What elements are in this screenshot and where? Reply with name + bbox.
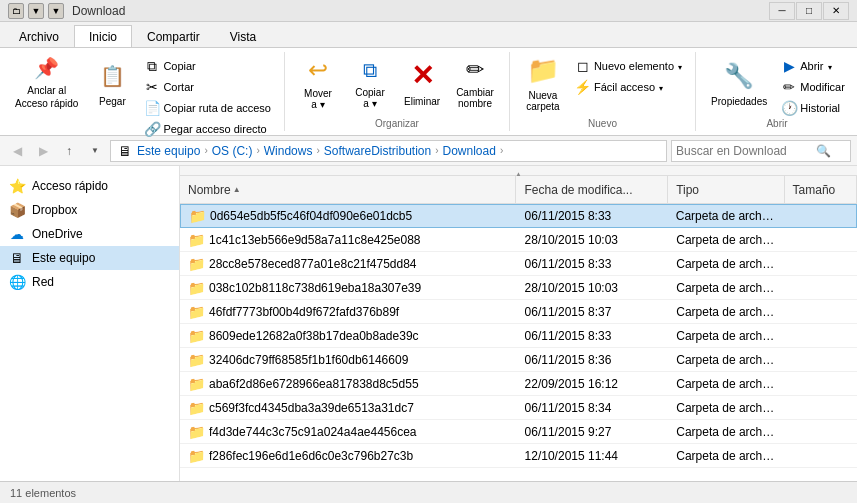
abrir-label: Abrir ▾ [800,60,831,72]
rename-icon: ✏ [459,57,491,83]
nuevo-elemento-button[interactable]: ◻ Nuevo elemento ▾ [570,56,687,76]
ribbon-group-abrir-content: 🔧 Propiedades ▶ Abrir ▾ ✏ Modificar 🕐 Hi… [704,52,850,118]
copiar-a-button[interactable]: ⧉ Copiara ▾ [345,52,395,114]
sidebar-item-acceso-rapido[interactable]: ⭐ Acceso rápido [0,174,179,198]
paste-icon: 📋 [96,60,128,92]
address-part-windows[interactable]: Windows [264,144,313,158]
tab-archivo[interactable]: Archivo [4,25,74,47]
minimize-button[interactable]: ─ [769,2,795,20]
folder-icon: 📁 [188,352,205,368]
dropbox-icon: 📦 [8,202,26,218]
copiar-ruta-label: Copiar ruta de acceso [163,102,271,114]
tab-compartir[interactable]: Compartir [132,25,215,47]
onedrive-icon: ☁ [8,226,26,242]
ribbon-group-organizar-content: ↩ Movera ▾ ⧉ Copiara ▾ ✕ Eliminar ✏ Camb… [293,52,501,118]
title-bar-controls: ─ □ ✕ [769,2,849,20]
title-bar-title: Download [72,4,125,18]
table-row[interactable]: 📁 aba6f2d86e6728966ea817838d8c5d55 22/09… [180,372,857,396]
col-header-nombre[interactable]: Nombre ▲ [180,176,516,203]
status-text: 11 elementos [10,487,76,499]
table-row[interactable]: 📁 f4d3de744c3c75c91a024a4ae4456cea 06/11… [180,420,857,444]
nueva-carpeta-button[interactable]: 📁 Nuevacarpeta [518,52,568,114]
col-header-fecha[interactable]: Fecha de modifica... [516,176,668,203]
table-row[interactable]: 📁 28cc8e578eced877a01e8c21f475dd84 06/11… [180,252,857,276]
pegar-acceso-label: Pegar acceso directo [163,123,266,135]
sidebar-item-onedrive[interactable]: ☁ OneDrive [0,222,179,246]
table-row[interactable]: 📁 c569f3fcd4345dba3a39de6513a31dc7 06/11… [180,396,857,420]
file-name: f4d3de744c3c75c91a024a4ae4456cea [209,425,417,439]
cambiar-nombre-button[interactable]: ✏ Cambiarnombre [449,52,501,114]
table-row[interactable]: 📁 8609ede12682a0f38b17dea0b8ade39c 06/11… [180,324,857,348]
propiedades-button[interactable]: 🔧 Propiedades [704,52,774,114]
pegar-acceso-button[interactable]: 🔗 Pegar acceso directo [139,119,276,139]
facil-acceso-button[interactable]: ⚡ Fácil acceso ▾ [570,77,687,97]
copiar-button[interactable]: ⧉ Copiar [139,56,276,76]
search-input[interactable] [676,144,816,158]
tab-vista[interactable]: Vista [215,25,271,47]
sidebar-item-dropbox[interactable]: 📦 Dropbox [0,198,179,222]
eliminar-button[interactable]: ✕ Eliminar [397,52,447,114]
modificar-button[interactable]: ✏ Modificar [776,77,850,97]
tab-inicio[interactable]: Inicio [74,25,132,47]
search-box[interactable]: 🔍 [671,140,851,162]
table-row[interactable]: 📁 f286fec196e6d1e6d6c0e3c796b27c3b 12/10… [180,444,857,468]
recent-locations-button[interactable]: ▼ [84,140,106,162]
table-row[interactable]: 📁 46fdf7773bf00b4d9f672fafd376b89f 06/11… [180,300,857,324]
address-part-drive[interactable]: OS (C:) [212,144,253,158]
pin-icon: 📌 [31,56,63,80]
table-row[interactable]: 📁 038c102b8118c738d619eba18a307e39 28/10… [180,276,857,300]
properties-icon: 🔧 [723,60,755,92]
up-button[interactable]: ↑ [58,140,80,162]
address-bar[interactable]: 🖥 Este equipo › OS (C:) › Windows › Soft… [110,140,667,162]
copiar-a-label: Copiara ▾ [355,87,384,109]
table-row[interactable]: 📁 32406dc79ff68585f1b1f60db6146609 06/11… [180,348,857,372]
table-row[interactable]: 📁 0d654e5db5f5c46f04df090e6e01dcb5 06/11… [180,204,857,228]
table-row[interactable]: 📁 1c41c13eb566e9d58a7a11c8e425e088 28/10… [180,228,857,252]
nuevo-elemento-label: Nuevo elemento ▾ [594,60,682,72]
file-name: 1c41c13eb566e9d58a7a11c8e425e088 [209,233,421,247]
file-date-cell: 28/10/2015 10:03 [517,281,669,295]
main-area: ⭐ Acceso rápido 📦 Dropbox ☁ OneDrive 🖥 E… [0,166,857,481]
file-date-cell: 06/11/2015 8:34 [517,401,669,415]
mover-button[interactable]: ↩ Movera ▾ [293,52,343,114]
abrir-small-buttons: ▶ Abrir ▾ ✏ Modificar 🕐 Historial [776,52,850,118]
cortar-button[interactable]: ✂ Cortar [139,77,276,97]
file-name-cell: 📁 aba6f2d86e6728966ea817838d8c5d55 [180,376,517,392]
forward-button[interactable]: ▶ [32,140,54,162]
address-part-download[interactable]: Download [443,144,496,158]
modify-icon: ✏ [781,79,797,95]
file-date-cell: 28/10/2015 10:03 [517,233,669,247]
sidebar-item-red[interactable]: 🌐 Red [0,270,179,294]
nuevo-small-buttons: ◻ Nuevo elemento ▾ ⚡ Fácil acceso ▾ [570,52,687,97]
modificar-label: Modificar [800,81,845,93]
file-name: 038c102b8118c738d619eba18a307e39 [209,281,421,295]
copy-path-icon: 📄 [144,100,160,116]
new-folder-icon: 📁 [527,55,559,86]
close-button[interactable]: ✕ [823,2,849,20]
file-name: c569f3fcd4345dba3a39de6513a31dc7 [209,401,414,415]
col-header-tamano[interactable]: Tamaño [785,176,857,203]
address-part-softdist[interactable]: SoftwareDistribution [324,144,431,158]
ribbon-group-nuevo: 📁 Nuevacarpeta ◻ Nuevo elemento ▾ ⚡ Fáci… [510,52,696,131]
delete-icon: ✕ [406,60,438,92]
folder-icon: 📁 [188,328,205,344]
sidebar-item-red-label: Red [32,275,54,289]
new-element-icon: ◻ [575,58,591,74]
pegar-button[interactable]: 📋 Pegar [87,52,137,114]
back-button[interactable]: ◀ [6,140,28,162]
file-type-cell: Carpeta de archivos [668,257,784,271]
col-nombre-label: Nombre [188,183,231,197]
anclar-acceso-rapido-button[interactable]: 📌 Anclar alAcceso rápido [8,52,85,114]
file-name-cell: 📁 28cc8e578eced877a01e8c21f475dd84 [180,256,517,272]
computer-sidebar-icon: 🖥 [8,250,26,266]
copiar-ruta-button[interactable]: 📄 Copiar ruta de acceso [139,98,276,118]
sidebar-item-este-equipo[interactable]: 🖥 Este equipo [0,246,179,270]
abrir-button[interactable]: ▶ Abrir ▾ [776,56,850,76]
historial-button[interactable]: 🕐 Historial [776,98,850,118]
address-part-computer[interactable]: Este equipo [137,144,200,158]
file-name-cell: 📁 46fdf7773bf00b4d9f672fafd376b89f [180,304,517,320]
col-header-tipo[interactable]: Tipo [668,176,784,203]
sidebar-item-este-equipo-label: Este equipo [32,251,95,265]
maximize-button[interactable]: □ [796,2,822,20]
file-type-cell: Carpeta de archivos [668,401,784,415]
